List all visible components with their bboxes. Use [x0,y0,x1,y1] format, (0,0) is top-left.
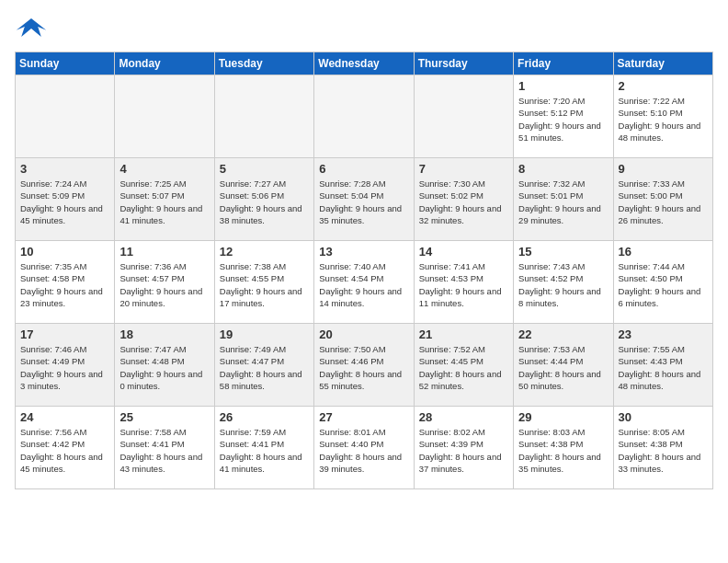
day-number: 5 [220,162,309,176]
cell-info: Sunrise: 7:28 AM Sunset: 5:04 PM Dayligh… [319,178,408,226]
calendar-week-row: 17Sunrise: 7:46 AM Sunset: 4:49 PM Dayli… [16,324,713,407]
calendar-cell: 21Sunrise: 7:52 AM Sunset: 4:45 PM Dayli… [414,324,513,407]
calendar-cell: 25Sunrise: 7:58 AM Sunset: 4:41 PM Dayli… [115,407,214,489]
day-number: 7 [419,162,508,176]
calendar-cell [414,75,513,158]
cell-info: Sunrise: 7:32 AM Sunset: 5:01 PM Dayligh… [518,178,608,226]
calendar-table: SundayMondayTuesdayWednesdayThursdayFrid… [15,52,713,489]
day-number: 4 [119,162,209,176]
day-number: 14 [419,245,508,259]
calendar-cell: 14Sunrise: 7:41 AM Sunset: 4:53 PM Dayli… [414,241,513,324]
calendar-cell: 17Sunrise: 7:46 AM Sunset: 4:49 PM Dayli… [16,324,115,407]
svg-marker-0 [17,18,46,37]
calendar-cell: 28Sunrise: 8:02 AM Sunset: 4:39 PM Dayli… [414,407,513,489]
logo-bird-icon [15,15,48,40]
calendar-cell: 8Sunrise: 7:32 AM Sunset: 5:01 PM Daylig… [514,158,613,241]
day-number: 13 [319,245,408,259]
cell-info: Sunrise: 8:02 AM Sunset: 4:39 PM Dayligh… [419,426,508,475]
cell-info: Sunrise: 7:47 AM Sunset: 4:48 PM Dayligh… [119,343,209,392]
calendar-cell: 19Sunrise: 7:49 AM Sunset: 4:47 PM Dayli… [214,324,313,407]
calendar-cell: 7Sunrise: 7:30 AM Sunset: 5:02 PM Daylig… [414,158,513,241]
day-number: 21 [419,327,508,341]
page-header [15,15,713,40]
calendar-week-row: 3Sunrise: 7:24 AM Sunset: 5:09 PM Daylig… [16,158,713,241]
day-number: 11 [119,245,209,259]
calendar-cell: 2Sunrise: 7:22 AM Sunset: 5:10 PM Daylig… [613,75,712,158]
weekday-header-monday: Monday [115,52,214,75]
calendar-cell [115,75,214,158]
day-number: 6 [319,162,408,176]
cell-info: Sunrise: 7:36 AM Sunset: 4:57 PM Dayligh… [119,260,209,309]
cell-info: Sunrise: 8:03 AM Sunset: 4:38 PM Dayligh… [518,426,608,475]
calendar-cell: 1Sunrise: 7:20 AM Sunset: 5:12 PM Daylig… [514,75,613,158]
day-number: 22 [518,327,608,341]
day-number: 8 [518,162,608,176]
day-number: 27 [319,410,408,424]
calendar-cell: 11Sunrise: 7:36 AM Sunset: 4:57 PM Dayli… [115,241,214,324]
weekday-header-sunday: Sunday [16,52,115,75]
day-number: 1 [518,79,608,93]
cell-info: Sunrise: 7:58 AM Sunset: 4:41 PM Dayligh… [119,426,209,475]
weekday-header-saturday: Saturday [613,52,712,75]
day-number: 2 [619,79,708,93]
cell-info: Sunrise: 7:27 AM Sunset: 5:06 PM Dayligh… [220,178,309,226]
calendar-cell [16,75,115,158]
calendar-cell: 10Sunrise: 7:35 AM Sunset: 4:58 PM Dayli… [16,241,115,324]
weekday-header-wednesday: Wednesday [314,52,414,75]
calendar-cell: 23Sunrise: 7:55 AM Sunset: 4:43 PM Dayli… [613,324,712,407]
cell-info: Sunrise: 7:24 AM Sunset: 5:09 PM Dayligh… [20,178,109,226]
day-number: 23 [619,327,708,341]
cell-info: Sunrise: 7:22 AM Sunset: 5:10 PM Dayligh… [619,95,708,144]
calendar-cell: 3Sunrise: 7:24 AM Sunset: 5:09 PM Daylig… [16,158,115,241]
calendar-cell: 24Sunrise: 7:56 AM Sunset: 4:42 PM Dayli… [16,407,115,489]
cell-info: Sunrise: 7:25 AM Sunset: 5:07 PM Dayligh… [119,178,209,226]
day-number: 16 [619,245,708,259]
calendar-cell: 27Sunrise: 8:01 AM Sunset: 4:40 PM Dayli… [314,407,414,489]
day-number: 24 [20,410,109,424]
calendar-cell: 4Sunrise: 7:25 AM Sunset: 5:07 PM Daylig… [115,158,214,241]
cell-info: Sunrise: 7:30 AM Sunset: 5:02 PM Dayligh… [419,178,508,226]
weekday-header-thursday: Thursday [414,52,513,75]
day-number: 29 [518,410,608,424]
day-number: 9 [619,162,708,176]
calendar-cell: 26Sunrise: 7:59 AM Sunset: 4:41 PM Dayli… [214,407,313,489]
day-number: 28 [419,410,508,424]
cell-info: Sunrise: 7:56 AM Sunset: 4:42 PM Dayligh… [20,426,109,475]
calendar-cell: 15Sunrise: 7:43 AM Sunset: 4:52 PM Dayli… [514,241,613,324]
calendar-cell: 6Sunrise: 7:28 AM Sunset: 5:04 PM Daylig… [314,158,414,241]
calendar-cell: 29Sunrise: 8:03 AM Sunset: 4:38 PM Dayli… [514,407,613,489]
calendar-week-row: 24Sunrise: 7:56 AM Sunset: 4:42 PM Dayli… [16,407,713,489]
logo [15,15,51,40]
calendar-cell: 20Sunrise: 7:50 AM Sunset: 4:46 PM Dayli… [314,324,414,407]
day-number: 26 [220,410,309,424]
cell-info: Sunrise: 7:44 AM Sunset: 4:50 PM Dayligh… [619,260,708,309]
calendar-cell: 12Sunrise: 7:38 AM Sunset: 4:55 PM Dayli… [214,241,313,324]
weekday-header-tuesday: Tuesday [214,52,313,75]
calendar-cell: 18Sunrise: 7:47 AM Sunset: 4:48 PM Dayli… [115,324,214,407]
cell-info: Sunrise: 7:52 AM Sunset: 4:45 PM Dayligh… [419,343,508,392]
calendar-cell: 30Sunrise: 8:05 AM Sunset: 4:38 PM Dayli… [613,407,712,489]
day-number: 19 [220,327,309,341]
cell-info: Sunrise: 7:55 AM Sunset: 4:43 PM Dayligh… [619,343,708,392]
weekday-header-friday: Friday [514,52,613,75]
calendar-body: 1Sunrise: 7:20 AM Sunset: 5:12 PM Daylig… [16,75,713,489]
calendar-cell: 5Sunrise: 7:27 AM Sunset: 5:06 PM Daylig… [214,158,313,241]
calendar-cell: 9Sunrise: 7:33 AM Sunset: 5:00 PM Daylig… [613,158,712,241]
calendar-cell: 22Sunrise: 7:53 AM Sunset: 4:44 PM Dayli… [514,324,613,407]
day-number: 25 [119,410,209,424]
calendar-header-row: SundayMondayTuesdayWednesdayThursdayFrid… [16,52,713,75]
day-number: 18 [119,327,209,341]
calendar-cell: 13Sunrise: 7:40 AM Sunset: 4:54 PM Dayli… [314,241,414,324]
cell-info: Sunrise: 8:01 AM Sunset: 4:40 PM Dayligh… [319,426,408,475]
cell-info: Sunrise: 7:53 AM Sunset: 4:44 PM Dayligh… [518,343,608,392]
day-number: 15 [518,245,608,259]
cell-info: Sunrise: 7:46 AM Sunset: 4:49 PM Dayligh… [20,343,109,392]
day-number: 10 [20,245,109,259]
cell-info: Sunrise: 7:40 AM Sunset: 4:54 PM Dayligh… [319,260,408,309]
cell-info: Sunrise: 7:41 AM Sunset: 4:53 PM Dayligh… [419,260,508,309]
cell-info: Sunrise: 7:50 AM Sunset: 4:46 PM Dayligh… [319,343,408,392]
calendar-cell [314,75,414,158]
cell-info: Sunrise: 7:35 AM Sunset: 4:58 PM Dayligh… [20,260,109,309]
cell-info: Sunrise: 7:33 AM Sunset: 5:00 PM Dayligh… [619,178,708,226]
calendar-cell [214,75,313,158]
